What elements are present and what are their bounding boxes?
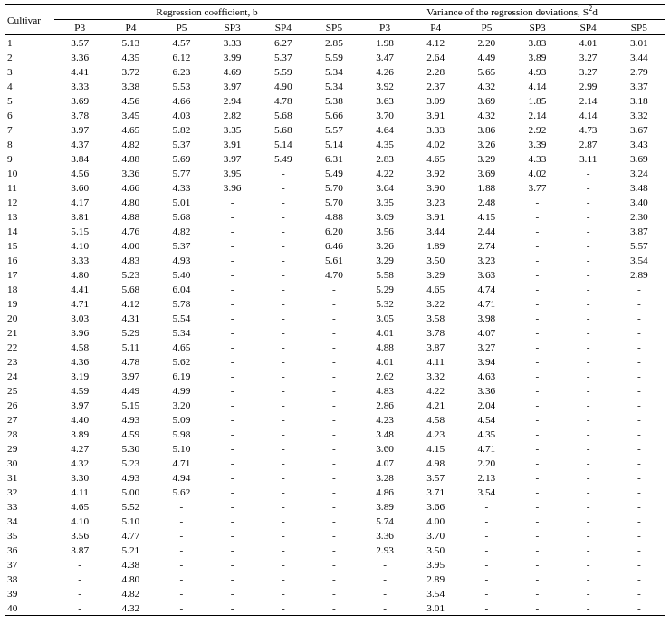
cultivar-cell: 4	[5, 79, 54, 93]
value-cell: 4.78	[258, 93, 309, 108]
cultivar-cell: 1	[5, 35, 54, 51]
value-cell: 3.71	[410, 485, 461, 499]
value-cell: 4.33	[512, 151, 562, 166]
table-row: 203.034.315.54---3.053.583.98---	[5, 311, 665, 325]
value-cell: 3.97	[207, 79, 258, 93]
value-cell: 3.54	[461, 485, 512, 499]
value-cell: 2.79	[614, 64, 665, 79]
value-cell: -	[207, 557, 258, 572]
value-cell: 3.56	[359, 224, 410, 238]
value-cell: 4.01	[563, 35, 614, 51]
value-cell: 3.72	[105, 64, 156, 79]
value-cell: 5.15	[105, 398, 156, 412]
table-row: 163.334.834.93--5.613.293.503.23--3.54	[5, 253, 665, 267]
value-cell: 4.58	[54, 340, 105, 354]
value-cell: 3.57	[410, 470, 461, 485]
value-cell: -	[512, 572, 562, 586]
value-cell: 5.70	[309, 195, 359, 209]
value-cell: 5.37	[156, 137, 206, 151]
table-row: 40-4.32-----3.01----	[5, 601, 665, 616]
value-cell: 3.97	[207, 151, 258, 166]
value-cell: 4.78	[105, 354, 156, 369]
value-cell: -	[512, 296, 562, 311]
value-cell: -	[258, 586, 309, 601]
value-cell: -	[207, 195, 258, 209]
value-cell: -	[156, 543, 206, 557]
value-cell: 3.11	[563, 151, 614, 166]
cultivar-cell: 11	[5, 180, 54, 195]
cultivar-cell: 29	[5, 441, 54, 456]
value-cell: 5.58	[359, 267, 410, 282]
value-cell: 3.39	[512, 137, 562, 151]
value-cell: 3.36	[359, 528, 410, 543]
value-cell: -	[614, 441, 665, 456]
value-cell: 3.27	[563, 64, 614, 79]
value-cell: -	[309, 412, 359, 427]
value-cell: -	[309, 601, 359, 616]
value-cell: 2.64	[410, 50, 461, 64]
value-cell: 5.21	[105, 543, 156, 557]
value-cell: 4.15	[461, 209, 512, 224]
value-cell: -	[258, 209, 309, 224]
cultivar-cell: 40	[5, 601, 54, 616]
value-cell: 3.23	[461, 253, 512, 267]
cultivar-cell: 16	[5, 253, 54, 267]
header-sub-6: P3	[359, 20, 410, 35]
value-cell: 4.65	[410, 282, 461, 296]
value-cell: 5.68	[258, 122, 309, 137]
value-cell: -	[512, 224, 562, 238]
value-cell: -	[258, 601, 309, 616]
value-cell: -	[258, 557, 309, 572]
value-cell: 4.23	[359, 412, 410, 427]
value-cell: -	[309, 514, 359, 528]
value-cell: -	[512, 427, 562, 441]
header-group-b: Regression coefficient, b	[54, 5, 359, 20]
table-row: 184.415.686.04---5.294.654.74---	[5, 282, 665, 296]
value-cell: 5.37	[258, 50, 309, 64]
value-cell: 3.96	[207, 180, 258, 195]
value-cell: 5.57	[309, 122, 359, 137]
value-cell: -	[207, 528, 258, 543]
value-cell: -	[258, 340, 309, 354]
value-cell: -	[614, 499, 665, 514]
value-cell: -	[614, 398, 665, 412]
cultivar-cell: 9	[5, 151, 54, 166]
cultivar-cell: 17	[5, 267, 54, 282]
value-cell: -	[614, 383, 665, 398]
value-cell: 3.83	[512, 35, 562, 51]
value-cell: 4.94	[156, 470, 206, 485]
value-cell: -	[156, 586, 206, 601]
table-row: 39-4.82-----3.54----	[5, 586, 665, 601]
value-cell: 4.58	[410, 412, 461, 427]
value-cell: -	[512, 238, 562, 253]
value-cell: -	[461, 572, 512, 586]
value-cell: 2.94	[207, 93, 258, 108]
value-cell: 4.63	[461, 369, 512, 383]
cultivar-cell: 19	[5, 296, 54, 311]
value-cell: -	[563, 427, 614, 441]
value-cell: -	[156, 499, 206, 514]
value-cell: 5.69	[156, 151, 206, 166]
value-cell: -	[563, 180, 614, 195]
value-cell: 5.82	[156, 122, 206, 137]
value-cell: 5.15	[54, 224, 105, 238]
value-cell: -	[258, 325, 309, 340]
value-cell: 5.59	[258, 64, 309, 79]
cultivar-cell: 15	[5, 238, 54, 253]
value-cell: -	[258, 354, 309, 369]
value-cell: 3.44	[614, 50, 665, 64]
value-cell: 3.98	[461, 311, 512, 325]
value-cell: 4.49	[105, 383, 156, 398]
value-cell: -	[461, 557, 512, 572]
value-cell: -	[614, 557, 665, 572]
value-cell: 4.01	[359, 354, 410, 369]
value-cell: -	[614, 572, 665, 586]
value-cell: -	[563, 441, 614, 456]
value-cell: 2.28	[410, 64, 461, 79]
value-cell: 3.33	[207, 35, 258, 51]
cultivar-cell: 25	[5, 383, 54, 398]
value-cell: -	[309, 340, 359, 354]
value-cell: 3.05	[359, 311, 410, 325]
table-row: 353.564.77----3.363.70----	[5, 528, 665, 543]
value-cell: 4.65	[54, 499, 105, 514]
